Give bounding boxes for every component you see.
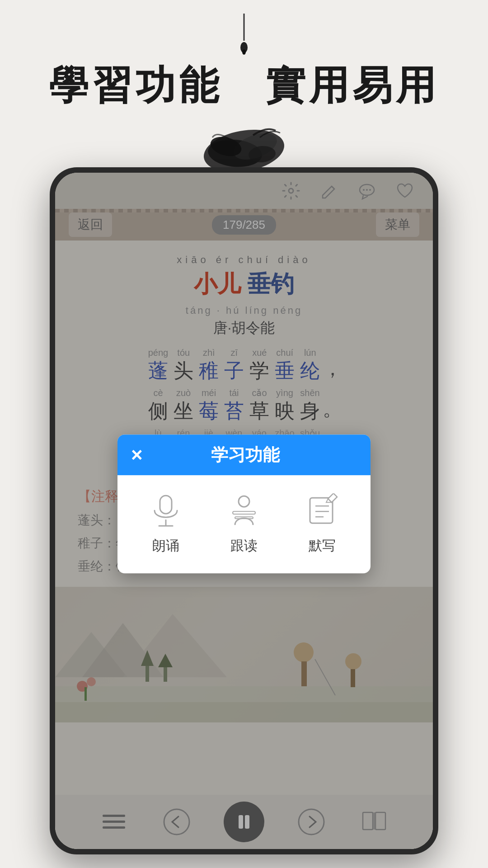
top-section: 學習功能 實用易用 <box>0 0 488 181</box>
phone-screen: 返回 179/285 菜单 xiāo ér chuí diào 小儿 垂钓 tá… <box>55 173 433 849</box>
svg-point-2 <box>242 49 246 55</box>
dialog-close-button[interactable]: × <box>131 445 143 465</box>
dialog-title: 学习功能 <box>152 443 339 467</box>
dialog-header: × 学习功能 <box>117 434 371 475</box>
dictation-label: 默写 <box>309 537 336 555</box>
learning-dialog: × 学习功能 朗诵 <box>117 434 371 573</box>
svg-rect-47 <box>310 498 333 523</box>
microphone-icon <box>148 493 184 529</box>
dialog-body: 朗诵 跟读 <box>117 475 371 573</box>
recite-label: 朗诵 <box>152 537 179 555</box>
follow-read-label: 跟读 <box>230 537 258 555</box>
follow-read-feature[interactable]: 跟读 <box>226 493 262 555</box>
write-icon <box>304 493 340 529</box>
svg-rect-45 <box>233 511 255 514</box>
phone-mockup: 返回 179/285 菜单 xiāo ér chuí diào 小儿 垂钓 tá… <box>50 167 438 854</box>
recite-feature[interactable]: 朗诵 <box>148 493 184 555</box>
ink-drop-top <box>233 14 255 59</box>
main-title: 學習功能 實用易用 <box>49 59 439 113</box>
svg-point-44 <box>239 496 249 507</box>
person-read-icon <box>226 493 262 529</box>
svg-rect-41 <box>160 495 172 514</box>
dictation-feature[interactable]: 默写 <box>304 493 340 555</box>
